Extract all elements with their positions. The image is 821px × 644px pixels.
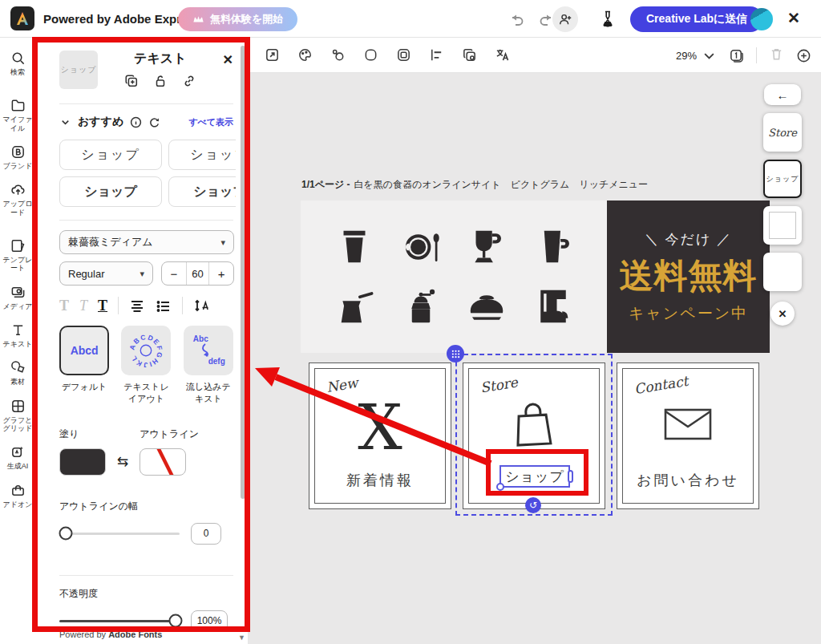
promo-banner[interactable]: ＼ 今だけ ／ 送料無料 キャンペーン中 (607, 200, 770, 353)
adobe-express-logo-icon (14, 10, 30, 26)
card-contact[interactable]: Contact お問い合わせ (617, 363, 759, 509)
adobe-express-logo[interactable] (10, 6, 34, 30)
unlock-icon[interactable] (153, 74, 168, 88)
font-weight-select[interactable]: Regular ▾ (59, 261, 153, 286)
free-trial-button[interactable]: 無料体験を開始 (178, 7, 297, 31)
increase-size-button[interactable]: + (209, 262, 233, 285)
animation-icon[interactable] (330, 47, 346, 63)
envelope-icon (662, 407, 714, 441)
panel-close-icon[interactable]: ✕ (223, 52, 233, 67)
font-sample[interactable]: ショップ (168, 140, 236, 170)
style-text-layout-box: ABCDEFGHIJKL (121, 326, 171, 375)
show-all-link[interactable]: すべて表示 (188, 116, 233, 128)
italic-button[interactable]: T (79, 298, 87, 314)
opacity-value[interactable]: 100% (191, 610, 228, 632)
selected-text-preview[interactable]: ショップ (59, 51, 98, 89)
sidebar-item-search[interactable]: 検索 (0, 51, 35, 76)
background-icon[interactable] (363, 47, 378, 63)
style-text-layout-option[interactable]: ABCDEFGHIJKL テキストレイアウト (121, 326, 171, 405)
coffee-cup-top-view-icon (399, 225, 443, 269)
artboard-pictograms[interactable] (301, 200, 607, 353)
beta-flask-icon[interactable] (600, 10, 616, 28)
sidebar-item-generative-ai[interactable]: 生成AI (0, 444, 35, 470)
panel-header: ショップ テキスト ✕ (59, 51, 233, 89)
align-icon[interactable] (429, 47, 444, 63)
sidebar-item-text[interactable]: テキスト (0, 322, 35, 348)
sidebar-item-templates[interactable]: テンプレート (0, 238, 35, 273)
rotate-handle[interactable]: ↺ (525, 497, 541, 513)
opacity-slider-thumb[interactable] (169, 614, 183, 628)
font-sample[interactable]: ショップ (168, 176, 236, 207)
thumbnail-blank[interactable] (763, 253, 802, 291)
no-color-slash-icon (140, 449, 185, 475)
card-inner-frame: Contact お問い合わせ (622, 368, 754, 504)
send-to-creative-lab-button[interactable]: Creative Labに送信 (630, 6, 763, 32)
opacity-slider[interactable] (59, 620, 180, 622)
close-app-icon[interactable]: ✕ (786, 10, 802, 26)
translate-icon[interactable] (495, 47, 510, 63)
svg-text:ABCDEFGHIJKL: ABCDEFGHIJKL (128, 333, 164, 369)
undo-icon[interactable] (508, 11, 524, 27)
move-handle[interactable] (447, 345, 464, 363)
list-button[interactable] (156, 298, 172, 314)
font-family-select[interactable]: 棘薔薇ミディアム ▾ (59, 230, 234, 254)
back-button[interactable]: ← (764, 84, 801, 105)
card-new-arrivals[interactable]: New X 新着情報 (309, 363, 451, 509)
outline-width-value[interactable]: 0 (191, 523, 221, 545)
font-size-value[interactable]: 60 (186, 262, 210, 285)
pages-icon[interactable] (729, 48, 744, 63)
sidebar-item-my-files[interactable]: マイファイル (0, 98, 35, 132)
outline-color-swatch[interactable] (140, 448, 186, 476)
text-selection-handle-left[interactable] (496, 483, 504, 491)
info-icon[interactable] (130, 116, 142, 128)
upload-cloud-icon (10, 182, 26, 197)
text-selection-handle-right[interactable] (568, 470, 573, 483)
resize-icon[interactable] (265, 47, 280, 63)
adobe-express-window: Powered by Adobe Express 無料体験を開始 Creativ… (0, 0, 821, 644)
panel-scrollbar[interactable] (241, 46, 245, 499)
selected-text-object[interactable]: ショップ (499, 465, 570, 488)
thumbnail-store[interactable]: Store (763, 113, 802, 152)
duplicate-page-icon[interactable] (462, 47, 477, 63)
outline-width-slider[interactable] (59, 533, 180, 535)
fill-color-swatch[interactable] (59, 448, 106, 476)
sidebar-item-elements[interactable]: 素材 (0, 360, 35, 386)
decrease-size-button[interactable]: − (162, 262, 186, 285)
refresh-icon[interactable] (148, 116, 160, 128)
style-flow-text-option[interactable]: Abc defg 流し込みテキスト (184, 326, 233, 405)
palette-icon[interactable] (297, 47, 313, 63)
sidebar-item-brand[interactable]: ブランド (0, 144, 35, 170)
bold-button[interactable]: T (59, 298, 69, 314)
thumbnail-blank-frame[interactable] (763, 206, 802, 245)
delete-icon[interactable] (769, 47, 784, 65)
font-sample[interactable]: ショップ (59, 176, 162, 207)
scroll-down-arrow-icon[interactable]: ▼ (238, 634, 245, 642)
zoom-level-select[interactable]: 29% (676, 48, 717, 63)
left-nav-rail: 検索 マイファイル ブランド アップロード テンプレート メディア テキスト (0, 38, 35, 644)
search-icon (10, 51, 26, 66)
sidebar-item-upload[interactable]: アップロード (0, 182, 35, 217)
folder-icon (10, 98, 26, 113)
line-spacing-button[interactable] (193, 298, 209, 314)
sidebar-item-media[interactable]: メディア (0, 285, 35, 310)
outline-width-slider-thumb[interactable] (59, 527, 73, 541)
banner-subline: キャンペーン中 (629, 303, 748, 324)
sidebar-item-charts-grids[interactable]: グラフとグリッド (0, 399, 35, 433)
font-sample[interactable]: ショップ (59, 140, 162, 170)
add-collaborator-button[interactable] (552, 6, 578, 32)
swap-fill-outline-icon[interactable]: ⇆ (117, 453, 128, 476)
style-default-option[interactable]: Abcd デフォルト (59, 326, 109, 405)
frame-icon[interactable] (396, 47, 411, 63)
close-thumbnails-icon[interactable]: ✕ (770, 302, 795, 326)
divider (756, 47, 757, 63)
thumbnail-shop-selected[interactable]: ショップ (763, 160, 802, 198)
add-page-icon[interactable] (796, 48, 811, 63)
underline-button[interactable]: T (98, 298, 107, 314)
text-align-button[interactable] (129, 298, 145, 314)
sidebar-item-add-ons[interactable]: アドオン (0, 483, 35, 508)
user-avatar[interactable] (750, 8, 773, 30)
chevron-down-icon[interactable] (59, 116, 71, 128)
link-icon[interactable] (182, 74, 196, 88)
duplicate-icon[interactable] (124, 74, 139, 88)
text-style-options: Abcd デフォルト ABCDEFGHIJKL テキストレイアウト Abc (59, 326, 233, 405)
